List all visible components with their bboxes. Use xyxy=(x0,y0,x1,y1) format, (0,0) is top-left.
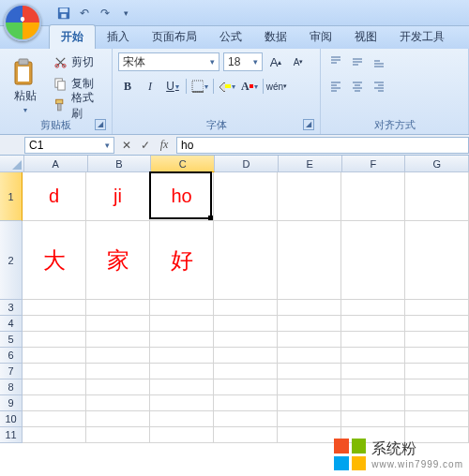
align-center-button[interactable] xyxy=(348,77,367,96)
shrink-font-button[interactable]: A▾ xyxy=(289,52,308,71)
align-left-button[interactable] xyxy=(326,77,345,96)
cell-E11[interactable] xyxy=(278,427,341,443)
cell-A4[interactable] xyxy=(23,316,86,332)
col-header-E[interactable]: E xyxy=(279,156,342,172)
row-header-4[interactable]: 4 xyxy=(0,316,23,332)
cell-A10[interactable] xyxy=(23,411,86,427)
cell-C9[interactable] xyxy=(150,395,214,411)
cells-area[interactable]: djiho大家好 xyxy=(23,172,469,443)
cell-C11[interactable] xyxy=(150,427,214,443)
col-header-B[interactable]: B xyxy=(88,156,152,172)
office-button[interactable] xyxy=(4,4,41,41)
cell-C1[interactable]: ho xyxy=(150,172,214,221)
col-header-F[interactable]: F xyxy=(342,156,406,172)
select-all-button[interactable] xyxy=(0,156,24,172)
cell-C8[interactable] xyxy=(150,379,214,395)
cell-F2[interactable] xyxy=(341,221,405,300)
italic-button[interactable]: I xyxy=(141,77,159,96)
row-header-3[interactable]: 3 xyxy=(0,300,23,316)
cell-E1[interactable] xyxy=(278,172,341,221)
phonetic-button[interactable]: wén▾ xyxy=(267,77,286,96)
fx-button[interactable]: fx xyxy=(156,138,173,152)
cell-D5[interactable] xyxy=(214,332,278,348)
col-header-C[interactable]: C xyxy=(151,156,215,172)
cell-B8[interactable] xyxy=(86,379,150,395)
cell-B2[interactable]: 家 xyxy=(86,221,150,300)
qat-customize-caret[interactable]: ▾ xyxy=(118,6,133,21)
cell-B3[interactable] xyxy=(86,300,150,316)
cell-F5[interactable] xyxy=(341,332,405,348)
row-header-7[interactable]: 7 xyxy=(0,364,23,379)
cell-A7[interactable] xyxy=(23,364,86,379)
cell-F8[interactable] xyxy=(341,379,405,395)
cell-F7[interactable] xyxy=(341,364,405,379)
cell-D3[interactable] xyxy=(214,300,278,316)
cell-D4[interactable] xyxy=(214,316,278,332)
cell-C3[interactable] xyxy=(150,300,214,316)
cell-B10[interactable] xyxy=(86,411,150,427)
save-icon[interactable] xyxy=(56,6,71,21)
align-top-button[interactable] xyxy=(326,52,345,71)
align-right-button[interactable] xyxy=(370,77,388,96)
cell-A1[interactable]: d xyxy=(23,172,86,221)
cell-F9[interactable] xyxy=(341,395,405,411)
align-middle-button[interactable] xyxy=(348,52,367,71)
font-size-combo[interactable]: 18 ▾ xyxy=(223,52,263,71)
font-color-button[interactable]: A ▾ xyxy=(240,77,259,96)
tab-data[interactable]: 数据 xyxy=(253,25,298,49)
cell-G2[interactable] xyxy=(405,221,469,300)
cell-D10[interactable] xyxy=(214,411,278,427)
redo-icon[interactable]: ↷ xyxy=(98,6,113,21)
cell-G5[interactable] xyxy=(405,332,469,348)
undo-icon[interactable]: ↶ xyxy=(77,6,92,21)
tab-home[interactable]: 开始 xyxy=(49,24,96,49)
cell-E4[interactable] xyxy=(278,316,341,332)
cell-E9[interactable] xyxy=(278,395,341,411)
cell-F1[interactable] xyxy=(341,172,405,221)
font-name-combo[interactable]: 宋体 ▾ xyxy=(118,52,219,71)
cell-B9[interactable] xyxy=(86,395,150,411)
cell-F4[interactable] xyxy=(341,316,405,332)
enter-button[interactable]: ✓ xyxy=(137,139,154,152)
tab-developer[interactable]: 开发工具 xyxy=(388,25,456,49)
col-header-D[interactable]: D xyxy=(215,156,279,172)
row-header-2[interactable]: 2 xyxy=(0,221,23,300)
cell-D7[interactable] xyxy=(214,364,278,379)
cell-G4[interactable] xyxy=(405,316,469,332)
cell-E10[interactable] xyxy=(278,411,341,427)
cell-F3[interactable] xyxy=(341,300,405,316)
formula-input[interactable]: ho xyxy=(176,137,469,154)
cell-D2[interactable] xyxy=(214,221,278,300)
row-header-11[interactable]: 11 xyxy=(0,427,23,443)
name-box[interactable]: C1 ▾ xyxy=(24,137,114,154)
cell-D1[interactable] xyxy=(214,172,278,221)
cell-B4[interactable] xyxy=(86,316,150,332)
cell-G7[interactable] xyxy=(405,364,469,379)
cell-G3[interactable] xyxy=(405,300,469,316)
cell-A3[interactable] xyxy=(23,300,86,316)
cell-A2[interactable]: 大 xyxy=(23,221,86,300)
cell-D11[interactable] xyxy=(214,427,278,443)
cell-G10[interactable] xyxy=(405,411,469,427)
cell-C2[interactable]: 好 xyxy=(150,221,214,300)
row-header-9[interactable]: 9 xyxy=(0,395,23,411)
cell-A6[interactable] xyxy=(23,348,86,364)
cell-B6[interactable] xyxy=(86,348,150,364)
cell-C4[interactable] xyxy=(150,316,214,332)
cell-G9[interactable] xyxy=(405,395,469,411)
cell-C10[interactable] xyxy=(150,411,214,427)
paste-button[interactable]: 粘贴 ▾ xyxy=(6,52,45,116)
cell-C6[interactable] xyxy=(150,348,214,364)
cell-G6[interactable] xyxy=(405,348,469,364)
row-header-5[interactable]: 5 xyxy=(0,332,23,348)
cell-A9[interactable] xyxy=(23,395,86,411)
fill-color-button[interactable]: ▾ xyxy=(218,77,236,96)
underline-button[interactable]: U▾ xyxy=(163,77,182,96)
cell-E8[interactable] xyxy=(278,379,341,395)
cell-A11[interactable] xyxy=(23,427,86,443)
cell-G1[interactable] xyxy=(405,172,469,221)
cell-B5[interactable] xyxy=(86,332,150,348)
cut-button[interactable]: 剪切 xyxy=(51,52,106,72)
cell-E2[interactable] xyxy=(278,221,341,300)
cell-D8[interactable] xyxy=(214,379,278,395)
